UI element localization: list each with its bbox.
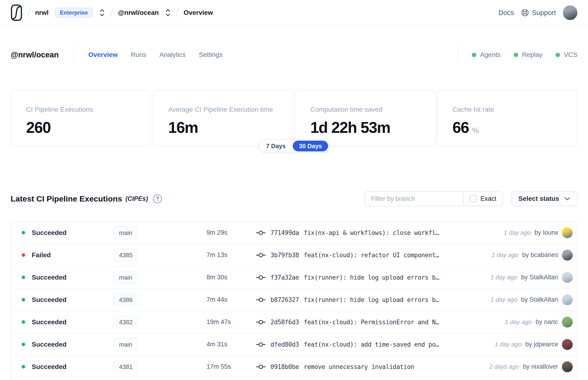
workspace-selector[interactable] [165,8,171,17]
status-cell: Succeeded [22,229,113,237]
user-avatar[interactable] [563,5,577,20]
commit-hash: b8726327 [270,296,299,303]
cipe-row[interactable]: Succeeded 4382 19m 47s 2d58f6d3 feat(nx-… [11,311,577,333]
tab[interactable]: Overview [88,51,118,58]
stat-card: CI Pipeline Executions 260 [11,90,151,146]
top-navigation-bar: nrwl Enterprise @nrwl/ocean Overview Doc… [0,0,588,26]
branch-badge: main [113,271,138,284]
stat-number: 1d 22h 53m [310,118,390,136]
status-select-label: Select status [518,195,559,203]
range-option[interactable]: 7 Days [260,141,292,152]
status-cell: Succeeded [22,318,113,326]
workspace-tabs: OverviewRunsAnalyticsSettings [88,51,223,58]
branch-badge: 4385 [113,249,138,262]
cipe-row[interactable]: Succeeded main 4m 31s dfed80d3 feat(nx-c… [11,333,577,356]
stat-card: Cache hit rate 66 % [437,90,577,146]
indicator-replay[interactable]: Replay [514,51,542,58]
commit-cell: dfed80d3 feat(nx-cloud): add time-saved … [256,341,495,348]
chevron-up-down-icon [165,8,171,17]
status-text: Failed [32,251,51,259]
branch-badge: 4386 [113,293,138,306]
help-icon[interactable]: ? [153,194,162,203]
breadcrumb-separator [110,8,113,18]
branch-filter-input[interactable] [365,192,463,206]
stat-value: 1d 22h 53m [310,118,435,136]
git-commit-icon [256,274,266,281]
section-title: Latest CI Pipeline Executions [11,194,122,203]
tab[interactable]: Runs [131,51,146,58]
meta-cell: 2 days ago by nixallover [489,361,573,372]
status-text: Succeeded [32,274,67,281]
duration-cell: 17m 55s [207,363,256,370]
status-text: Succeeded [32,318,67,326]
tab[interactable]: Analytics [159,51,186,58]
time-ago: 1 day ago [505,318,532,326]
indicator-agents[interactable]: Agents [472,51,500,58]
author: by StalkAltan [521,296,558,303]
cipe-row[interactable]: Succeeded 4381 17m 55s 0918b0be remove u… [11,356,577,378]
exact-checkbox[interactable] [470,195,477,202]
commit-cell: 771499da fix(nx-api & workflows): close … [256,229,504,236]
section-subtitle: (CIPEs) [125,195,148,203]
git-commit-icon [256,230,266,236]
nx-cloud-logo[interactable] [11,4,22,21]
author-avatar [562,361,573,372]
support-link[interactable]: Support [521,9,556,17]
branch-cell: 4381 [113,361,207,373]
commit-cell: 2d58f6d3 feat(nx-cloud): PermissionError… [256,319,505,326]
branch-badge: main [113,338,138,351]
breadcrumb-separator [27,8,30,18]
indicator-label: Replay [522,51,542,58]
tab[interactable]: Settings [199,51,223,58]
docs-link[interactable]: Docs [498,9,514,17]
cipe-filters: Exact Select status [364,191,577,206]
duration-cell: 7m 44s [207,296,256,303]
stat-value: 260 [26,118,151,136]
lifebuoy-icon [521,9,529,17]
cipe-row[interactable]: Succeeded main 8m 30s f37a32ae fix(runne… [11,266,577,289]
cipe-row[interactable]: Succeeded main 9m 29s 771499da fix(nx-ap… [11,222,577,244]
meta-cell: 1 day ago by StalkAltan [490,294,573,305]
cipe-table: Succeeded main 9m 29s 771499da fix(nx-ap… [11,221,577,380]
status-text: Succeeded [32,229,67,237]
stat-number: 66 [453,118,469,136]
commit-hash: 2d58f6d3 [270,319,299,326]
commit-cell: 0918b0be remove unnecessary invalidation [256,363,489,370]
stats-cards: CI Pipeline Executions 260 Average CI Pi… [11,90,577,146]
status-select-button[interactable]: Select status [511,191,577,206]
status-dot [22,253,25,257]
current-page: Overview [184,9,213,17]
cipe-row[interactable]: Failed 4385 7m 13s 3b79fb38 feat(nx-clou… [11,244,577,266]
nx-cloud-logo-icon [11,4,22,21]
workspace-status-group: AgentsReplayVCS [457,46,577,63]
commit-cell: 3b79fb38 feat(nx-cloud): refactor UI com… [256,252,492,259]
duration-cell: 7m 13s [207,251,256,259]
branch-cell: 4385 [113,249,207,262]
stat-label: Average CI Pipeline Execution time [168,106,293,113]
cipe-row[interactable]: Succeeded 4386 7m 44s b8726327 fix(runne… [11,289,577,311]
cipe-section-header: Latest CI Pipeline Executions (CIPEs) ? … [11,190,577,207]
chevron-down-icon [564,197,570,201]
stat-label: Cache hit rate [453,106,577,113]
indicator-vcs[interactable]: VCS [555,51,577,58]
stat-card: Average CI Pipeline Execution time 16m [153,90,293,146]
enterprise-badge: Enterprise [55,7,93,18]
chevron-up-down-icon [99,8,105,17]
green-status-dot [514,53,518,57]
divider [73,44,74,65]
time-ago: 1 day ago [504,229,531,236]
commit-cell: b8726327 fix(runner): hide log upload er… [256,296,490,303]
commit-message: fix(nx-api & workflows): close workfl… [304,229,439,236]
org-selector[interactable] [99,8,105,17]
date-range-toggle: 7 Days30 Days [259,139,329,153]
exact-filter: Exact [463,192,503,206]
time-ago: 1 day ago [490,274,517,281]
range-option[interactable]: 30 Days [293,141,328,152]
stat-suffix: % [472,126,479,135]
author: by lourw [534,229,558,236]
status-dot [22,365,25,368]
author: by StalkAltan [521,274,558,281]
git-commit-icon [256,319,266,325]
author-avatar [562,317,573,327]
exact-label: Exact [480,195,496,203]
